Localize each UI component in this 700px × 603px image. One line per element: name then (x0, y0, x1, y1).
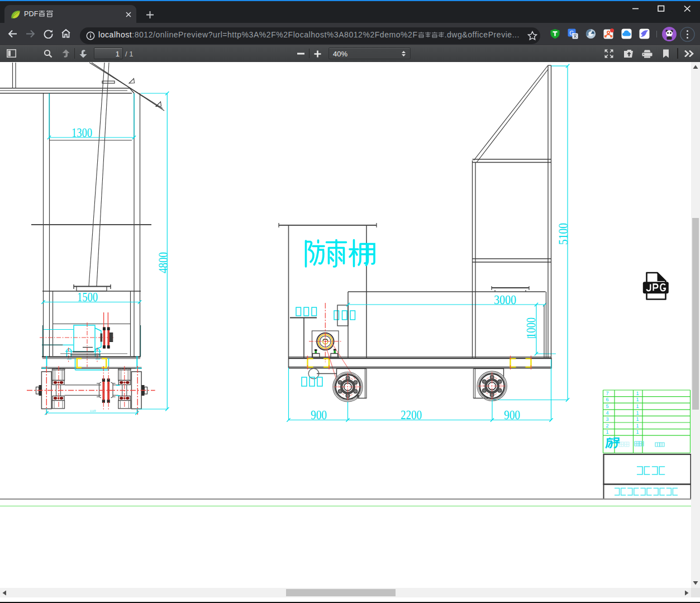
svg-text:1000: 1000 (524, 317, 538, 338)
svg-text:7: 7 (606, 391, 608, 396)
svg-text:1: 1 (636, 397, 639, 402)
svg-text:900: 900 (504, 408, 520, 422)
svg-text:1: 1 (606, 429, 608, 435)
svg-text:3: 3 (606, 416, 608, 422)
svg-text:5100: 5100 (556, 223, 570, 245)
svg-text:1110: 1110 (90, 410, 96, 413)
svg-text:2: 2 (606, 423, 608, 429)
svg-text:4800: 4800 (156, 252, 170, 273)
svg-text:1: 1 (636, 410, 639, 416)
svg-text:1: 1 (636, 403, 639, 409)
svg-text:1: 1 (636, 429, 639, 435)
svg-text:2200: 2200 (401, 408, 422, 422)
svg-text:5: 5 (606, 403, 608, 409)
svg-text:1: 1 (636, 391, 639, 396)
svg-text:1: 1 (636, 416, 639, 422)
svg-text:6: 6 (606, 397, 608, 402)
svg-text:1: 1 (636, 423, 639, 429)
svg-text:1300: 1300 (72, 126, 92, 140)
svg-text:900: 900 (311, 408, 327, 422)
svg-text:4: 4 (606, 410, 608, 416)
